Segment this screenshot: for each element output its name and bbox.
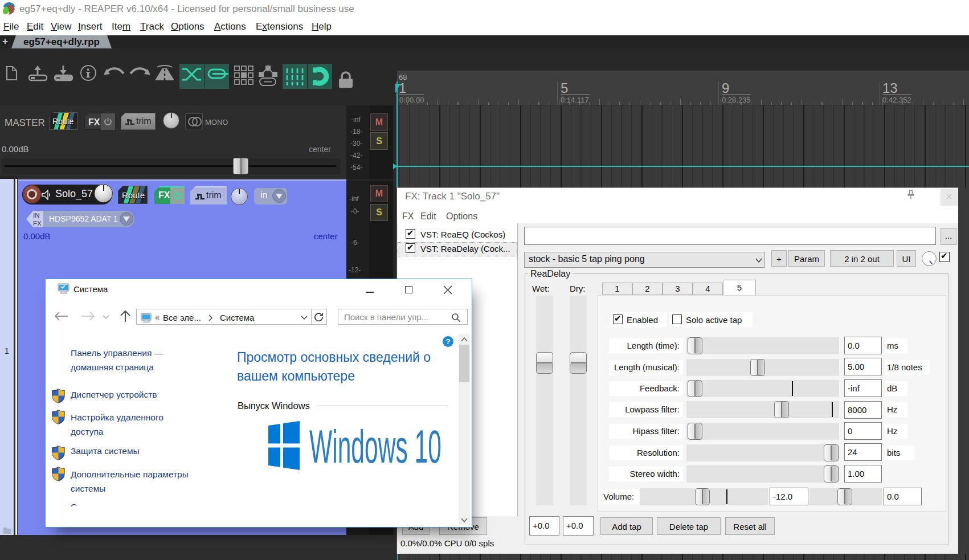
svg-text:Windows 10: Windows 10 — [309, 422, 441, 471]
